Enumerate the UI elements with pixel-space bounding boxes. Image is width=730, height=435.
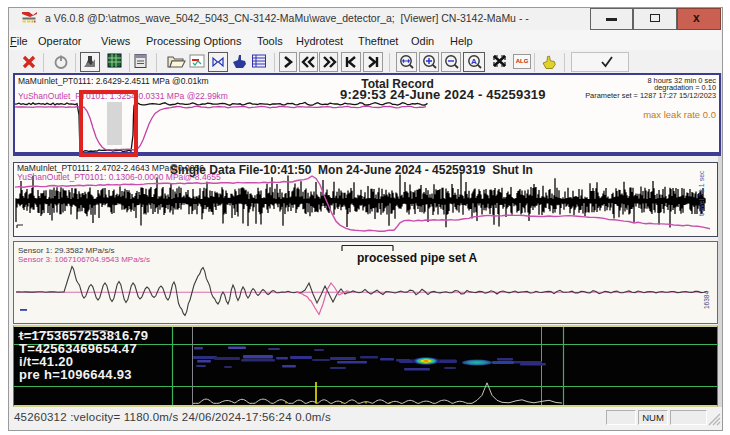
svg-text:A: A <box>471 57 477 66</box>
